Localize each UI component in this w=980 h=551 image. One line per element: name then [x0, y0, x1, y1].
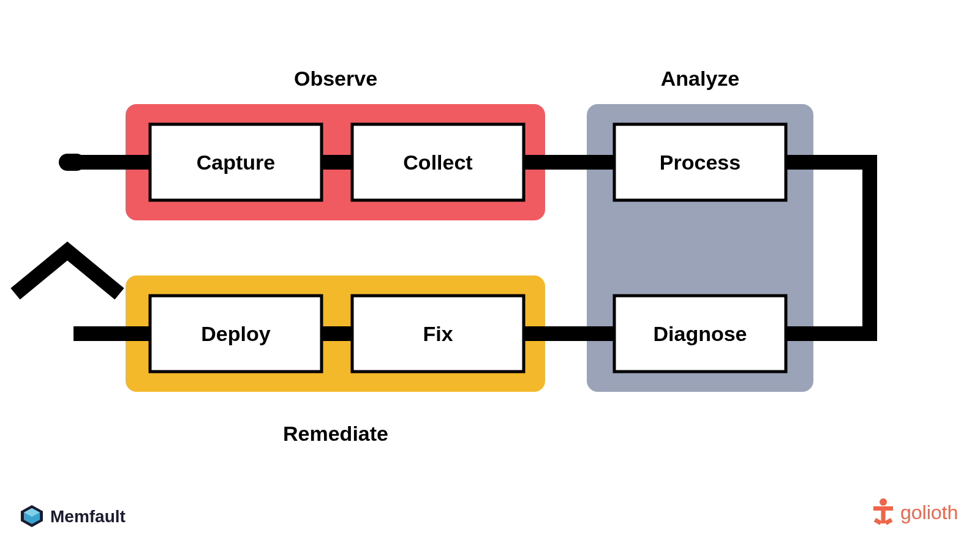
memfault-icon	[21, 505, 43, 527]
diagram-canvas: Observe Analyze Remediate Capture Collec…	[0, 0, 980, 551]
box-process-label: Process	[660, 151, 741, 174]
box-fix-label: Fix	[423, 322, 453, 345]
memfault-name: Memfault	[50, 507, 126, 526]
svg-rect-6	[881, 506, 886, 523]
phase-observe-label: Observe	[294, 67, 377, 90]
golioth-icon	[873, 498, 893, 525]
svg-rect-8	[884, 518, 892, 525]
box-capture-label: Capture	[197, 151, 275, 174]
memfault-logo: Memfault	[21, 505, 126, 527]
golioth-name: golioth	[900, 501, 958, 523]
flow-arrowhead	[15, 251, 119, 294]
svg-rect-7	[874, 518, 882, 525]
box-deploy-label: Deploy	[201, 322, 270, 345]
box-diagnose-label: Diagnose	[653, 322, 747, 345]
svg-point-4	[880, 498, 887, 506]
phase-remediate-label: Remediate	[283, 422, 388, 445]
box-collect-label: Collect	[403, 151, 472, 174]
phase-analyze-label: Analyze	[661, 67, 740, 90]
golioth-logo: golioth	[873, 498, 958, 525]
